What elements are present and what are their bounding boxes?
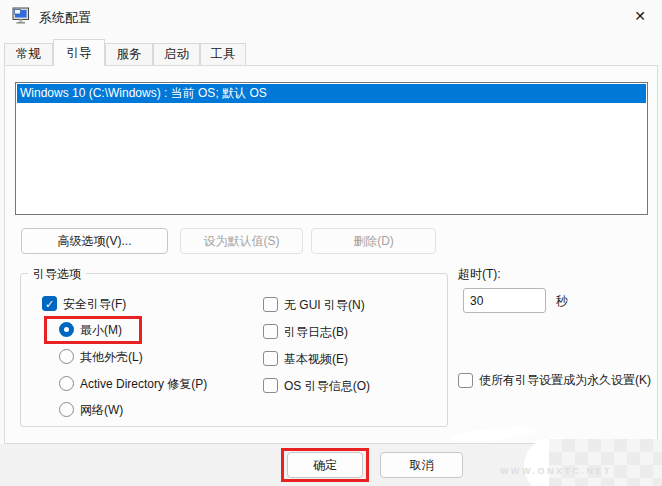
tab-label: 引导 xyxy=(67,45,92,62)
os-boot-info-label[interactable]: OS 引导信息(O) xyxy=(284,379,370,394)
base-video-checkbox[interactable] xyxy=(263,351,278,366)
check-icon: ✓ xyxy=(45,298,54,310)
timeout-input[interactable] xyxy=(463,288,546,313)
timeout-label: 超时(T): xyxy=(458,267,501,282)
tab-boot[interactable]: 引导 xyxy=(53,39,105,66)
radio-minimal[interactable] xyxy=(59,322,74,337)
tab-label: 常规 xyxy=(16,46,41,63)
boot-tab-panel: Windows 10 (C:\Windows) : 当前 OS; 默认 OS 高… xyxy=(4,65,658,444)
os-boot-info-checkbox[interactable] xyxy=(263,378,278,393)
pixelated-mosaic-overlay xyxy=(549,439,662,486)
tab-label: 启动 xyxy=(164,46,189,63)
tab-general[interactable]: 常规 xyxy=(4,43,53,65)
base-video-label[interactable]: 基本视频(E) xyxy=(284,352,348,367)
radio-ad-repair-label[interactable]: Active Directory 修复(P) xyxy=(80,377,207,392)
window-title: 系统配置 xyxy=(39,9,91,27)
radio-ad-repair[interactable] xyxy=(59,376,74,391)
radio-network[interactable] xyxy=(59,402,74,417)
boot-entry-row[interactable]: Windows 10 (C:\Windows) : 当前 OS; 默认 OS xyxy=(17,84,646,103)
tab-label: 服务 xyxy=(117,46,142,63)
safe-boot-label[interactable]: 安全引导(F) xyxy=(63,297,126,312)
radio-minimal-label[interactable]: 最小(M) xyxy=(80,323,122,338)
close-icon: ✕ xyxy=(634,8,646,24)
tab-services[interactable]: 服务 xyxy=(105,43,153,65)
make-permanent-checkbox[interactable] xyxy=(458,373,473,388)
delete-button[interactable]: 删除(D) xyxy=(311,228,436,254)
no-gui-boot-checkbox[interactable] xyxy=(263,297,278,312)
msconfig-app-icon xyxy=(12,7,31,25)
tab-tools[interactable]: 工具 xyxy=(200,43,246,65)
boot-log-label[interactable]: 引导日志(B) xyxy=(284,325,348,340)
boot-log-checkbox[interactable] xyxy=(263,324,278,339)
radio-alternate-shell[interactable] xyxy=(59,349,74,364)
system-configuration-dialog: 系统配置 ✕ 常规 引导 服务 启动 工具 Windows 10 (C:\Win… xyxy=(0,0,662,486)
boot-options-group-label: 引导选项 xyxy=(28,266,86,283)
safe-boot-checkbox[interactable]: ✓ xyxy=(42,296,57,311)
tab-startup[interactable]: 启动 xyxy=(153,43,200,65)
ok-button[interactable]: 确定 xyxy=(287,452,363,478)
radio-network-label[interactable]: 网络(W) xyxy=(80,403,123,418)
set-as-default-button[interactable]: 设为默认值(S) xyxy=(180,228,303,254)
cancel-button[interactable]: 取消 xyxy=(380,452,463,478)
tab-label: 工具 xyxy=(211,46,236,63)
boot-entries-listbox[interactable]: Windows 10 (C:\Windows) : 当前 OS; 默认 OS xyxy=(15,82,648,215)
radio-alternate-shell-label[interactable]: 其他外壳(L) xyxy=(80,350,143,365)
close-button[interactable]: ✕ xyxy=(624,2,656,30)
make-permanent-label[interactable]: 使所有引导设置成为永久设置(K) xyxy=(479,372,655,388)
advanced-options-button[interactable]: 高级选项(V)... xyxy=(21,228,168,254)
titlebar: 系统配置 ✕ xyxy=(0,0,662,38)
watermark-text: WWW.ONXTC.NET xyxy=(500,466,662,476)
timeout-unit-label: 秒 xyxy=(556,294,568,309)
no-gui-boot-label[interactable]: 无 GUI 引导(N) xyxy=(284,298,365,313)
